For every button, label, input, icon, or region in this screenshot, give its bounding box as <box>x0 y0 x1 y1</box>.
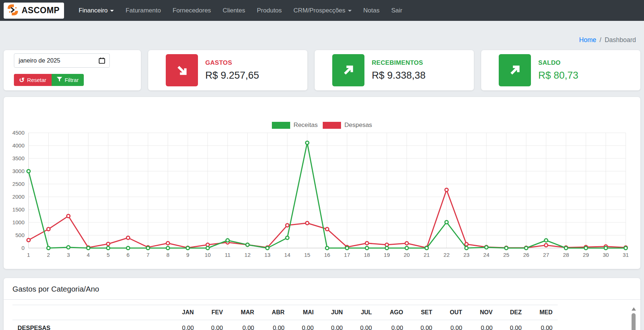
table-cell: 0,00 <box>348 320 377 330</box>
arrow-up-right-icon <box>332 54 364 86</box>
table-cell: 0,00 <box>437 320 467 330</box>
column-header: SET <box>408 305 438 320</box>
stat-title: GASTOS <box>205 59 259 67</box>
brand-name: ASCOMP <box>22 5 60 15</box>
svg-text:11: 11 <box>225 252 231 258</box>
column-header: JUL <box>348 305 377 320</box>
svg-text:13: 13 <box>264 252 270 258</box>
table-cell: 0,00 <box>170 320 199 330</box>
svg-text:22: 22 <box>443 252 450 258</box>
nav-item-financeiro[interactable]: Financeiro <box>73 4 120 18</box>
chevron-down-icon <box>348 10 352 12</box>
row-label: DESPESAS <box>12 320 170 330</box>
funnel-icon <box>57 77 62 83</box>
line-chart: 1234567891011121314151617181920212223242… <box>7 130 637 262</box>
svg-text:3: 3 <box>67 252 70 258</box>
column-header: NOV <box>467 305 498 320</box>
svg-text:1000: 1000 <box>12 219 25 225</box>
nav-item-fornecedores[interactable]: Fornecedores <box>167 4 217 18</box>
svg-text:28: 28 <box>563 252 569 258</box>
stat-title: SALDO <box>538 59 579 67</box>
breadcrumb-current: Dashboard <box>604 36 636 44</box>
calendar-icon[interactable] <box>98 57 105 65</box>
nav-item-crm-prospeccoes[interactable]: CRM/Prospecções <box>288 4 357 18</box>
svg-text:4000: 4000 <box>12 142 25 149</box>
svg-text:2: 2 <box>47 252 50 258</box>
daily-chart-card: Receitas Despesas 1234567891011121314151… <box>4 97 640 269</box>
table-cell: 0,00 <box>319 320 348 330</box>
nav-item-notas[interactable]: Notas <box>357 4 385 18</box>
stat-card-recebimentos: RECEBIMENTOS R$ 9.338,38 <box>315 50 474 90</box>
brand-logo[interactable]: ASCOMP <box>4 3 64 19</box>
svg-text:30: 30 <box>603 252 609 258</box>
table-title: Gastos por Categoria/Ano <box>12 285 632 293</box>
svg-text:0: 0 <box>22 245 25 251</box>
scroll-up-arrow-icon[interactable] <box>632 307 636 311</box>
svg-text:26: 26 <box>523 252 529 258</box>
svg-text:500: 500 <box>15 232 25 238</box>
column-header: FEV <box>199 305 228 320</box>
arrow-down-right-icon <box>166 54 198 86</box>
svg-text:7: 7 <box>146 252 149 258</box>
legend-item-despesas[interactable]: Despesas <box>323 121 372 129</box>
column-header: DEZ <box>498 305 527 320</box>
column-header: JUN <box>319 305 348 320</box>
svg-text:2500: 2500 <box>12 181 25 187</box>
stat-value: R$ 9.257,65 <box>205 70 259 81</box>
svg-text:29: 29 <box>583 252 589 258</box>
scrollbar-thumb[interactable] <box>632 313 636 330</box>
svg-text:1: 1 <box>27 252 30 258</box>
stat-value: R$ 80,73 <box>538 70 579 81</box>
svg-text:8: 8 <box>166 252 169 258</box>
svg-text:18: 18 <box>364 252 370 258</box>
column-header: OUT <box>437 305 467 320</box>
table-cell: 0,00 <box>498 320 527 330</box>
category-column-header <box>12 305 170 320</box>
column-header: ABR <box>259 305 290 320</box>
table-scrollbar[interactable] <box>631 307 636 330</box>
despesas-swatch <box>323 122 341 129</box>
svg-text:23: 23 <box>463 252 469 258</box>
stat-card-saldo: SALDO R$ 80,73 <box>481 50 640 90</box>
chevron-down-icon <box>110 10 114 12</box>
nav-item-sair[interactable]: Sair <box>385 4 408 18</box>
svg-text:9: 9 <box>186 252 189 258</box>
breadcrumb: Home / Dashboard <box>579 36 636 44</box>
svg-text:19: 19 <box>384 252 390 258</box>
table-cell: 0,00 <box>527 320 558 330</box>
column-header: AGO <box>377 305 408 320</box>
svg-text:21: 21 <box>424 252 430 258</box>
svg-text:3000: 3000 <box>12 168 25 174</box>
stat-card-gastos: GASTOS R$ 9.257,65 <box>148 50 307 90</box>
nav-item-produtos[interactable]: Produtos <box>251 4 288 18</box>
svg-text:12: 12 <box>244 252 251 258</box>
table-cell: 0,00 <box>408 320 438 330</box>
svg-text:4500: 4500 <box>12 130 25 136</box>
column-header: MED <box>527 305 558 320</box>
month-input[interactable] <box>14 53 110 68</box>
legend-item-receitas[interactable]: Receitas <box>272 121 318 129</box>
reset-button[interactable]: ↺ Resetar <box>14 74 52 86</box>
svg-text:24: 24 <box>483 252 490 258</box>
filter-button[interactable]: Filtrar <box>52 74 84 86</box>
svg-text:31: 31 <box>623 252 629 258</box>
arrow-up-right-icon <box>499 54 531 86</box>
topbar: Home / Dashboard <box>4 21 640 50</box>
category-year-table: JAN FEV MAR ABR MAI JUN JUL AGO SET OUT … <box>12 305 558 330</box>
nav-item-faturamento[interactable]: Faturamento <box>120 4 166 18</box>
svg-text:1500: 1500 <box>12 206 25 213</box>
column-header: MAI <box>290 305 319 320</box>
svg-text:3500: 3500 <box>12 155 25 161</box>
svg-text:2000: 2000 <box>12 194 25 200</box>
period-filter-card: ↺ Resetar Filtrar <box>4 50 141 90</box>
breadcrumb-separator: / <box>600 36 602 44</box>
category-table-card: Gastos por Categoria/Ano JAN FEV MAR ABR… <box>4 278 640 330</box>
nav-item-clientes[interactable]: Clientes <box>217 4 251 18</box>
table-header-row: JAN FEV MAR ABR MAI JUN JUL AGO SET OUT … <box>12 305 558 320</box>
chart-legend: Receitas Despesas <box>4 121 640 129</box>
stat-title: RECEBIMENTOS <box>372 59 426 67</box>
breadcrumb-home-link[interactable]: Home <box>579 36 596 44</box>
svg-text:16: 16 <box>324 252 330 258</box>
table-cell: 0,00 <box>259 320 290 330</box>
table-cell: 0,00 <box>467 320 498 330</box>
